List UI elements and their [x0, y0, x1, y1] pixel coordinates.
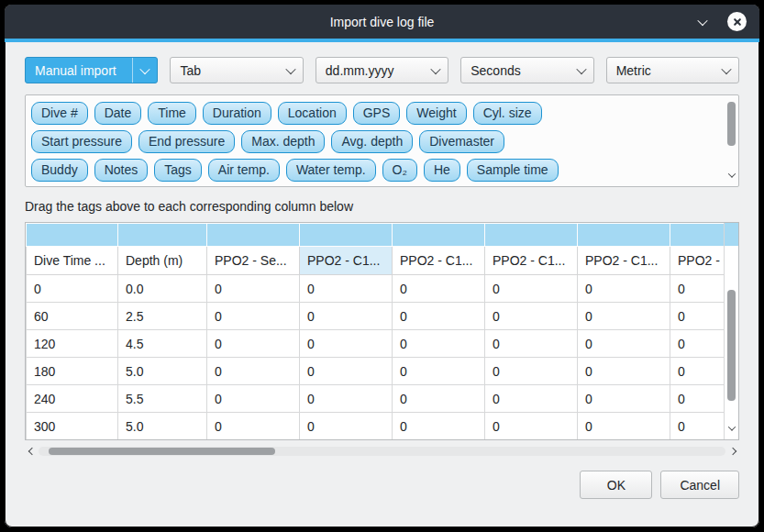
table-cell[interactable]: 60	[27, 303, 118, 330]
tags-scrollbar-thumb[interactable]	[727, 102, 736, 147]
table-cell[interactable]: 0	[670, 385, 725, 413]
tag-gps[interactable]: GPS	[353, 102, 401, 125]
hscrollbar-track[interactable]	[39, 447, 725, 456]
table-cell[interactable]: 0	[300, 413, 393, 440]
tag-end-pressure[interactable]: End pressure	[138, 130, 235, 153]
column-drop-target[interactable]	[118, 224, 207, 247]
scroll-right-icon[interactable]	[725, 449, 739, 454]
tag-air-temp[interactable]: Air temp.	[208, 159, 280, 182]
table-cell[interactable]: 180	[27, 358, 118, 385]
tag-he[interactable]: He	[424, 159, 460, 182]
table-cell[interactable]: 300	[27, 413, 118, 440]
tag-notes[interactable]: Notes	[94, 159, 149, 182]
table-cell[interactable]: 0	[27, 275, 118, 303]
table-cell[interactable]: 0	[300, 358, 393, 385]
column-header[interactable]: PPO2 - C1...	[300, 247, 393, 275]
titlebar[interactable]: Import dive log file	[5, 5, 759, 39]
table-cell[interactable]: 0	[670, 303, 725, 330]
scroll-left-icon[interactable]	[25, 449, 39, 454]
table-cell[interactable]: 0	[578, 358, 670, 385]
table-cell[interactable]: 0	[207, 303, 300, 330]
combo-field-separator[interactable]: Tab	[170, 57, 303, 83]
column-drop-target[interactable]	[393, 224, 485, 247]
tags-scroll-down-icon[interactable]	[725, 172, 738, 186]
table-cell[interactable]: 120	[27, 330, 118, 358]
ok-button[interactable]: OK	[580, 471, 652, 499]
combo-units[interactable]: Metric	[606, 57, 739, 83]
column-drop-target[interactable]	[207, 224, 300, 247]
tag-location[interactable]: Location	[278, 102, 347, 125]
combo-duration-format[interactable]: Seconds	[460, 57, 593, 83]
table-cell[interactable]: 0	[207, 275, 300, 303]
table-hscrollbar[interactable]	[25, 444, 739, 458]
table-cell[interactable]: 0	[393, 358, 485, 385]
table-cell[interactable]: 0	[578, 413, 670, 440]
tag-duration[interactable]: Duration	[203, 102, 271, 125]
table-cell[interactable]: 4.5	[118, 330, 207, 358]
table-cell[interactable]: 0	[485, 303, 578, 330]
tag-buddy[interactable]: Buddy	[31, 159, 88, 182]
column-drop-target[interactable]	[578, 224, 670, 247]
column-header[interactable]: PPO2 - C1...	[670, 247, 725, 275]
table-cell[interactable]: 0	[578, 385, 670, 413]
table-cell[interactable]: 0	[300, 303, 393, 330]
table-cell[interactable]: 0	[393, 385, 485, 413]
tag-dive[interactable]: Dive #	[31, 102, 88, 125]
column-header[interactable]: Dive Time ...	[27, 247, 118, 275]
tag-time[interactable]: Time	[148, 102, 196, 125]
column-header[interactable]: PPO2 - Se...	[207, 247, 300, 275]
tag-tags[interactable]: Tags	[154, 159, 202, 182]
table-cell[interactable]: 0	[670, 330, 725, 358]
table-cell[interactable]: 0	[670, 413, 725, 440]
table-cell[interactable]: 0	[670, 275, 725, 303]
table-scroll-down-icon[interactable]	[725, 426, 738, 439]
table-cell[interactable]: 0	[485, 358, 578, 385]
table-cell[interactable]: 2.5	[118, 303, 207, 330]
combo-date-format[interactable]: dd.mm.yyyy	[316, 57, 448, 83]
tag-avg-depth[interactable]: Avg. depth	[331, 130, 413, 153]
tag-cyl-size[interactable]: Cyl. size	[473, 102, 542, 125]
table-cell[interactable]: 0	[485, 385, 578, 413]
tag-water-temp[interactable]: Water temp.	[286, 159, 376, 182]
table-cell[interactable]: 0	[207, 385, 300, 413]
tag-sample-time[interactable]: Sample time	[467, 159, 559, 182]
hscrollbar-thumb[interactable]	[49, 448, 275, 455]
table-cell[interactable]: 240	[27, 385, 118, 413]
tags-scrollbar[interactable]	[725, 95, 738, 186]
table-cell[interactable]: 0	[207, 330, 300, 358]
table-cell[interactable]: 0.0	[118, 275, 207, 303]
table-cell[interactable]: 0	[485, 413, 578, 440]
table-cell[interactable]: 0	[207, 413, 300, 440]
table-cell[interactable]: 0	[578, 275, 670, 303]
table-scrollbar-thumb[interactable]	[727, 290, 736, 401]
table-cell[interactable]: 0	[393, 275, 485, 303]
table-cell[interactable]: 0	[485, 330, 578, 358]
table-cell[interactable]: 5.5	[118, 385, 207, 413]
table-cell[interactable]: 0	[393, 330, 485, 358]
column-header[interactable]: PPO2 - C1...	[393, 247, 485, 275]
table-cell[interactable]: 0	[300, 330, 393, 358]
column-drop-target[interactable]	[485, 224, 578, 247]
table-cell[interactable]: 0	[300, 385, 393, 413]
column-header[interactable]: PPO2 - C1...	[578, 247, 670, 275]
column-drop-target[interactable]	[670, 224, 725, 247]
table-cell[interactable]: 0	[485, 275, 578, 303]
table-scrollbar[interactable]	[725, 247, 738, 439]
tag-date[interactable]: Date	[94, 102, 142, 125]
shade-chevron-down-icon[interactable]	[692, 12, 713, 32]
tag-o[interactable]: O₂	[382, 159, 417, 182]
tag-divemaster[interactable]: Divemaster	[419, 130, 504, 153]
cancel-button[interactable]: Cancel	[660, 471, 739, 499]
combo-import-mode[interactable]: Manual import	[25, 57, 158, 83]
column-header[interactable]: Depth (m)	[118, 247, 207, 275]
tag-max-depth[interactable]: Max. depth	[241, 130, 325, 153]
close-button[interactable]	[727, 12, 747, 31]
column-drop-target[interactable]	[300, 224, 393, 247]
tags-scrollbar-track[interactable]	[725, 95, 738, 172]
table-cell[interactable]: 5.0	[118, 358, 207, 385]
table-cell[interactable]: 0	[578, 303, 670, 330]
table-scrollbar-track[interactable]	[725, 247, 738, 426]
table-cell[interactable]: 0	[393, 413, 485, 440]
tag-start-pressure[interactable]: Start pressure	[31, 130, 132, 153]
table-cell[interactable]: 0	[393, 303, 485, 330]
